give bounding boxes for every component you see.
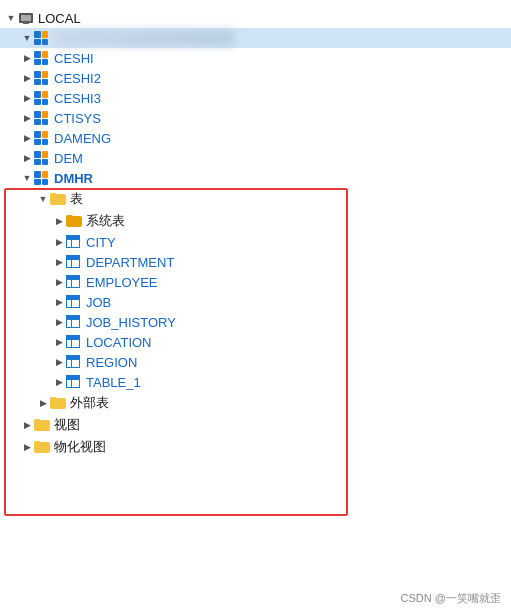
- dem-arrow: [20, 151, 34, 165]
- region-label: REGION: [86, 355, 137, 370]
- biao-label: 表: [70, 190, 83, 208]
- watermark: CSDN @一笑嘴就歪: [401, 591, 501, 606]
- city-label: CITY: [86, 235, 116, 250]
- ceshi-label: CESHI: [54, 51, 94, 66]
- tree-item-job-history[interactable]: JOB_HISTORY: [0, 312, 511, 332]
- db-icon-ceshi2: [34, 70, 50, 86]
- dameng-label: DAMENG: [54, 131, 111, 146]
- dmhr-label: DMHR: [54, 171, 93, 186]
- local-arrow: [4, 11, 18, 25]
- dameng-arrow: [20, 131, 34, 145]
- db-icon-ceshi: [34, 50, 50, 66]
- jobhist-label: JOB_HISTORY: [86, 315, 176, 330]
- wuhua-label: 物化视图: [54, 438, 106, 456]
- dem-label: DEM: [54, 151, 83, 166]
- ceshi3-arrow: [20, 91, 34, 105]
- wuhua-arrow: [20, 440, 34, 454]
- svg-rect-2: [23, 22, 29, 24]
- tree-item-dmhr[interactable]: DMHR: [0, 168, 511, 188]
- tree-item-ceshi3[interactable]: CESHI3: [0, 88, 511, 108]
- ceshi3-label: CESHI3: [54, 91, 101, 106]
- blurred-node[interactable]: [0, 28, 511, 48]
- xitongbiao-label: 系统表: [86, 212, 125, 230]
- db-icon-dmhr: [34, 170, 50, 186]
- tree-item-job[interactable]: JOB: [0, 292, 511, 312]
- table-icon-jobhist: [66, 314, 82, 330]
- tree-item-ctisys[interactable]: CTISYS: [0, 108, 511, 128]
- shitu-arrow: [20, 418, 34, 432]
- tree-item-region[interactable]: REGION: [0, 352, 511, 372]
- db-icon-ceshi3: [34, 90, 50, 106]
- folder-icon-biao: [50, 191, 66, 207]
- ctisys-label: CTISYS: [54, 111, 101, 126]
- db-icon-dem: [34, 150, 50, 166]
- db-icon-dameng: [34, 130, 50, 146]
- folder-icon-waibubiao: [50, 395, 66, 411]
- job-label: JOB: [86, 295, 111, 310]
- tree-item-dameng[interactable]: DAMENG: [0, 128, 511, 148]
- dept-arrow: [52, 255, 66, 269]
- waibubiao-arrow: [36, 396, 50, 410]
- server-icon: [18, 10, 34, 26]
- tree-item-ceshi[interactable]: CESHI: [0, 48, 511, 68]
- blurred-arrow: [20, 31, 34, 45]
- table-icon-region: [66, 354, 82, 370]
- tree-item-employee[interactable]: EMPLOYEE: [0, 272, 511, 292]
- folder-icon-shitu: [34, 417, 50, 433]
- tree-container: LOCAL CESHI CESHI2 CESHI3: [0, 0, 511, 466]
- tree-item-city[interactable]: CITY: [0, 232, 511, 252]
- table-icon-dept: [66, 254, 82, 270]
- tree-item-xitongbiao[interactable]: 系统表: [0, 210, 511, 232]
- table-icon-job: [66, 294, 82, 310]
- biao-arrow: [36, 192, 50, 206]
- tree-item-biao[interactable]: 表: [0, 188, 511, 210]
- xitongbiao-arrow: [52, 214, 66, 228]
- blurred-db-icon: [34, 30, 50, 46]
- jobhist-arrow: [52, 315, 66, 329]
- shitu-label: 视图: [54, 416, 80, 434]
- job-arrow: [52, 295, 66, 309]
- tree-root-local[interactable]: LOCAL: [0, 8, 511, 28]
- tree-item-ceshi2[interactable]: CESHI2: [0, 68, 511, 88]
- tree-item-department[interactable]: DEPARTMENT: [0, 252, 511, 272]
- local-label: LOCAL: [38, 11, 81, 26]
- loc-arrow: [52, 335, 66, 349]
- table1-label: TABLE_1: [86, 375, 141, 390]
- ceshi2-arrow: [20, 71, 34, 85]
- tree-item-wuhua[interactable]: 物化视图: [0, 436, 511, 458]
- folder-icon-wuhua: [34, 439, 50, 455]
- table-icon-table1: [66, 374, 82, 390]
- table-icon-emp: [66, 274, 82, 290]
- table-icon-loc: [66, 334, 82, 350]
- dmhr-arrow: [20, 171, 34, 185]
- table-icon-city: [66, 234, 82, 250]
- sysfolder-icon-xitongbiao: [66, 213, 82, 229]
- region-arrow: [52, 355, 66, 369]
- tree-item-shitu[interactable]: 视图: [0, 414, 511, 436]
- svg-rect-1: [21, 15, 31, 21]
- tree-item-dem[interactable]: DEM: [0, 148, 511, 168]
- tree-item-waibubiao[interactable]: 外部表: [0, 392, 511, 414]
- emp-arrow: [52, 275, 66, 289]
- emp-label: EMPLOYEE: [86, 275, 158, 290]
- tree-item-table1[interactable]: TABLE_1: [0, 372, 511, 392]
- ceshi-arrow: [20, 51, 34, 65]
- table1-arrow: [52, 375, 66, 389]
- dept-label: DEPARTMENT: [86, 255, 174, 270]
- waibubiao-label: 外部表: [70, 394, 109, 412]
- db-icon-ctisys: [34, 110, 50, 126]
- ctisys-arrow: [20, 111, 34, 125]
- city-arrow: [52, 235, 66, 249]
- ceshi2-label: CESHI2: [54, 71, 101, 86]
- tree-item-location[interactable]: LOCATION: [0, 332, 511, 352]
- loc-label: LOCATION: [86, 335, 152, 350]
